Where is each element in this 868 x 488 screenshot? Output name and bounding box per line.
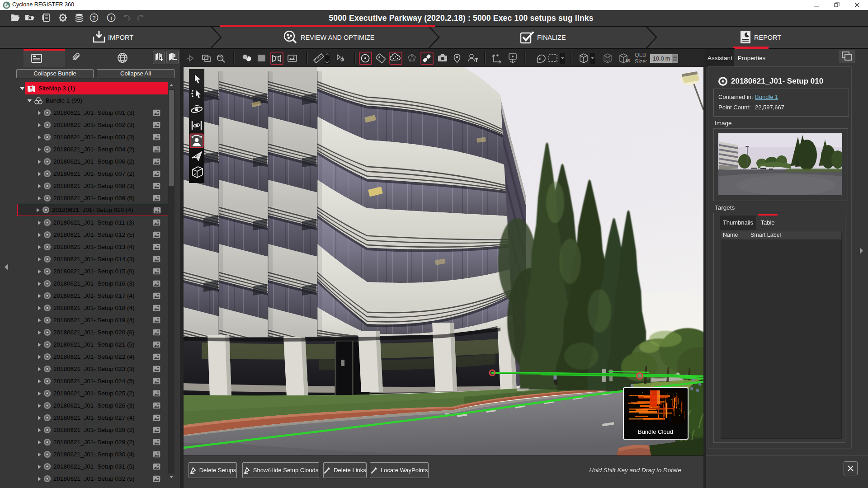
- svg-text:?: ?: [92, 14, 96, 21]
- svg-text:FINALIZE: FINALIZE: [537, 34, 566, 41]
- svg-text:Size:: Size:: [635, 58, 647, 65]
- svg-text:REPORT: REPORT: [754, 34, 781, 41]
- svg-text:10.0 m: 10.0 m: [653, 56, 670, 62]
- svg-text:IMPORT: IMPORT: [108, 34, 133, 41]
- svg-text:QLB: QLB: [635, 52, 646, 58]
- svg-text:REVIEW AND OPTIMIZE: REVIEW AND OPTIMIZE: [301, 34, 375, 41]
- svg-text:Bundle Cloud: Bundle Cloud: [638, 428, 673, 435]
- svg-text:M: M: [626, 58, 630, 63]
- svg-text:i: i: [110, 14, 112, 21]
